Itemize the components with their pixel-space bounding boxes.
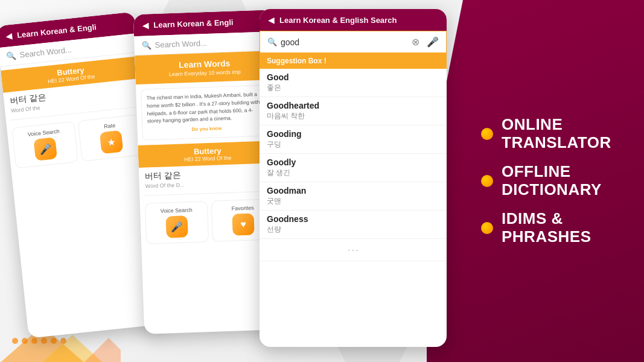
idioms-item: IDIMS & PHRASHES <box>463 210 644 246</box>
orange-dot-3 <box>481 222 493 234</box>
online-translator-label: ONLINE TRANSLATOR <box>502 116 611 152</box>
suggestion-korean-3: 잘 생긴 <box>267 168 439 178</box>
search-input-front[interactable] <box>281 37 408 47</box>
online-translator-item: ONLINE TRANSLATOR <box>463 116 644 152</box>
voice-icon-left: 🎤 <box>33 137 57 161</box>
search-bar-front[interactable]: 🔍 ⊗ 🎤 <box>260 31 447 53</box>
suggestion-header: Suggestion Box ! <box>260 53 447 69</box>
suggestion-korean-2: 구딩 <box>267 139 439 150</box>
grid-voice-mid[interactable]: Voice Search 🎤 <box>145 201 209 244</box>
offline-dictionary-item: OFFLINE DICTIONARY <box>463 163 644 199</box>
do-you-know: Do you know <box>147 124 266 135</box>
suggestion-word-5: Goodness <box>267 214 439 224</box>
idioms-label: IDIMS & PHRASHES <box>502 210 591 246</box>
phone-header-front: ◀ Learn Korean & English Search <box>260 9 447 31</box>
learn-words-section: Learn Words Learn Everyday 10 words imp <box>135 51 275 84</box>
orange-dot-1 <box>481 128 493 140</box>
suggestion-item-4[interactable]: Goodman 굿맨 <box>260 182 447 211</box>
suggestion-item-more: ⋯ <box>260 239 447 261</box>
suggestion-item-3[interactable]: Goodly 잘 생긴 <box>260 154 447 182</box>
grid-voice-left[interactable]: Voice Search 🎤 <box>11 121 78 168</box>
grid-rate-left[interactable]: Rate ★ <box>78 114 145 161</box>
suggestion-item-0[interactable]: Good 좋은 <box>260 69 447 97</box>
phone-title-front: Learn Korean & English Search <box>279 16 397 25</box>
voice-label-left: Voice Search <box>18 127 70 139</box>
offline-dictionary-label: OFFLINE DICTIONARY <box>502 163 602 199</box>
suggestion-word-4: Goodman <box>267 186 439 195</box>
suggestion-word-3: Goodly <box>267 157 439 167</box>
right-panel: ONLINE TRANSLATOR OFFLINE DICTIONARY IDI… <box>427 0 644 362</box>
search-placeholder-left: Search Word... <box>19 45 72 60</box>
story-box: The richest man in India, Mukesh Ambani,… <box>141 84 272 140</box>
suggestion-item-5[interactable]: Goodness 선량 <box>260 211 447 239</box>
fav-icon-mid: ♥ <box>232 213 254 235</box>
phone-card-front: ◀ Learn Korean & English Search 🔍 ⊗ 🎤 Su… <box>260 9 447 347</box>
voice-icon-mid: 🎤 <box>166 215 188 238</box>
orange-dot-2 <box>481 175 493 187</box>
suggestion-word-0: Good <box>267 72 439 82</box>
suggestion-item-2[interactable]: Gooding 구딩 <box>260 125 447 154</box>
suggestion-korean-1: 마음씨 착한 <box>267 111 439 121</box>
phone-title-mid: Learn Korean & Engli <box>153 17 234 30</box>
suggestion-list: Good 좋은 Goodhearted 마음씨 착한 Gooding 구딩 Go… <box>260 69 447 261</box>
rate-icon-left: ★ <box>100 130 124 154</box>
rate-label-left: Rate <box>83 120 136 132</box>
search-icon-left: 🔍 <box>6 51 16 61</box>
search-placeholder-mid: Search Word... <box>155 39 207 49</box>
suggestion-korean-0: 좋은 <box>267 83 439 93</box>
suggestion-korean-4: 굿맨 <box>267 196 439 206</box>
suggestion-word-1: Goodhearted <box>267 101 439 110</box>
suggestion-korean-5: 선량 <box>267 224 439 235</box>
phone-title-left: Learn Korean & Engli <box>16 22 97 40</box>
voice-icon-front[interactable]: 🎤 <box>427 36 439 48</box>
voice-label-mid: Voice Search <box>150 206 202 214</box>
search-icon-front: 🔍 <box>267 37 277 46</box>
suggestion-word-2: Gooding <box>267 129 439 139</box>
clear-icon-front[interactable]: ⊗ <box>412 36 419 48</box>
search-icon-mid: 🔍 <box>141 40 151 50</box>
phones-container: ◀ Learn Korean & Engli 🔍 Search Word... … <box>0 0 459 362</box>
suggestion-item-1[interactable]: Goodhearted 마음씨 착한 <box>260 97 447 125</box>
story-text: The richest man in India, Mukesh Ambani,… <box>146 91 264 124</box>
